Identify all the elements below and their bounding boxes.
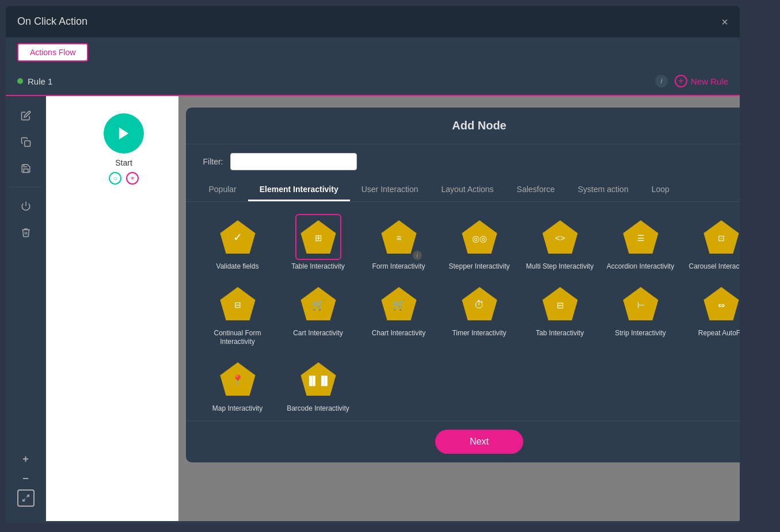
node-label-map-interactivity: Map Interactivity	[212, 404, 262, 414]
node-table-interactivity[interactable]: ⊞ Table Interactivity	[284, 216, 353, 271]
node-icon-table-interactivity: ⊞	[298, 216, 339, 258]
node-timer-interactivity[interactable]: ⏱ Timer Interactivity	[445, 283, 514, 347]
start-node-actions: ○ +	[109, 172, 139, 185]
node-form-interactivity[interactable]: ≡ i Form Interactivity	[364, 216, 433, 271]
node-icon-continual-form-interactivity: ⊟	[217, 283, 258, 324]
tab-salesforce[interactable]: Salesforce	[505, 179, 566, 201]
svg-text:☰: ☰	[637, 234, 644, 243]
rule-status-dot	[17, 78, 23, 84]
tab-user-interaction[interactable]: User Interaction	[350, 179, 430, 201]
modal-tabs: Popular Element Interactivity User Inter…	[186, 179, 740, 202]
svg-text:<>: <>	[555, 233, 565, 243]
window-close-button[interactable]: ×	[721, 16, 728, 28]
node-stepper-interactivity[interactable]: ◎◎ Stepper Interactivity	[445, 216, 514, 271]
actions-flow-tab[interactable]: Actions Flow	[17, 43, 88, 62]
zoom-out-button[interactable]: −	[17, 470, 35, 487]
next-button[interactable]: Next	[435, 430, 523, 454]
node-multi-step-interactivity[interactable]: <> Multi Step Interactivity	[526, 216, 595, 271]
title-bar: On Click Action ×	[6, 6, 740, 37]
svg-text:🛒: 🛒	[393, 298, 406, 311]
nodes-grid: ✓ Validate fields ⊞	[186, 202, 740, 420]
node-icon-barcode-interactivity: ▐▌▐▌	[298, 358, 339, 400]
node-icon-stepper-interactivity: ◎◎	[459, 216, 500, 258]
node-icon-timer-interactivity: ⏱	[459, 283, 500, 324]
rule-indicator: Rule 1	[17, 76, 52, 86]
node-label-multi-step-interactivity: Multi Step Interactivity	[526, 262, 593, 271]
node-label-accordion-interactivity: Accordion Interactivity	[607, 262, 674, 271]
svg-rect-0	[24, 141, 30, 147]
start-node-button[interactable]	[104, 113, 144, 154]
node-icon-multi-step-interactivity: <>	[539, 216, 581, 258]
rule-name: Rule 1	[28, 76, 52, 86]
node-icon-form-interactivity: ≡ i	[378, 216, 420, 258]
node-label-timer-interactivity: Timer Interactivity	[452, 329, 506, 338]
node-tab-interactivity[interactable]: ⊟ Tab Interactivity	[526, 283, 595, 347]
tab-loop[interactable]: Loop	[640, 179, 681, 201]
node-cart-interactivity[interactable]: 🛒 Cart Interactivity	[284, 283, 353, 347]
delete-button[interactable]	[15, 221, 37, 243]
node-label-continual-form-interactivity: Continual Form Interactivity	[203, 329, 272, 347]
node-label-validate-fields: Validate fields	[216, 262, 259, 271]
modal-overlay: Add Node × Filter: Popular Element Inter…	[178, 96, 740, 521]
new-rule-button[interactable]: + New Rule	[675, 75, 728, 87]
toolbar-divider	[10, 187, 41, 187]
node-strip-interactivity[interactable]: ⊢ Strip Interactivity	[606, 283, 675, 347]
filter-input[interactable]	[230, 153, 357, 170]
node-barcode-interactivity[interactable]: ▐▌▐▌ Barcode Interactivity	[284, 358, 353, 414]
tab-layout-actions[interactable]: Layout Actions	[430, 179, 505, 201]
node-validate-fields[interactable]: ✓ Validate fields	[203, 216, 272, 271]
start-node-pink-btn[interactable]: +	[126, 172, 139, 185]
node-icon-accordion-interactivity: ☰	[620, 216, 661, 258]
tab-element-interactivity[interactable]: Element Interactivity	[248, 179, 350, 201]
node-map-interactivity[interactable]: 📍 Map Interactivity	[203, 358, 272, 414]
node-icon-validate-fields: ✓	[217, 216, 258, 258]
start-node-teal-btn[interactable]: ○	[109, 172, 121, 185]
copy-button[interactable]	[15, 131, 37, 153]
filter-row: Filter:	[186, 144, 740, 179]
node-label-carousel-interactivity: Carousel Interactivity	[688, 262, 740, 271]
fit-screen-button[interactable]	[17, 489, 35, 507]
node-icon-strip-interactivity: ⊢	[620, 283, 661, 324]
add-node-modal: Add Node × Filter: Popular Element Inter…	[186, 108, 740, 462]
node-icon-map-interactivity: 📍	[217, 358, 258, 400]
zoom-in-button[interactable]: +	[17, 450, 35, 468]
svg-marker-4	[119, 128, 128, 140]
node-accordion-interactivity[interactable]: ☰ Accordion Interactivity	[606, 216, 675, 271]
rule-bar-right: i + New Rule	[655, 75, 728, 87]
node-icon-repeat-autofit: ⇔	[701, 283, 740, 324]
node-label-chart-interactivity: Chart Interactivity	[372, 329, 425, 338]
node-repeat-autofit[interactable]: ⇔ Repeat AutoFit	[687, 283, 740, 347]
new-rule-label: New Rule	[691, 76, 728, 86]
modal-title: Add Node	[452, 119, 506, 132]
node-label-form-interactivity: Form Interactivity	[372, 262, 425, 271]
start-node: Start ○ +	[104, 113, 144, 185]
modal-footer: Next	[186, 420, 740, 462]
node-icon-carousel-interactivity: ⊡	[701, 216, 740, 258]
start-node-label: Start	[115, 158, 132, 167]
power-button[interactable]	[15, 195, 37, 217]
svg-text:≡: ≡	[396, 233, 401, 243]
node-label-stepper-interactivity: Stepper Interactivity	[448, 262, 509, 271]
node-label-table-interactivity: Table Interactivity	[291, 262, 345, 271]
tab-popular[interactable]: Popular	[197, 179, 248, 201]
svg-text:🛒: 🛒	[312, 298, 325, 311]
main-window: On Click Action × Actions Flow Rule 1 i …	[6, 6, 740, 523]
svg-marker-7	[300, 220, 336, 254]
node-carousel-interactivity[interactable]: ⊡ Carousel Interactivity	[687, 216, 740, 271]
edit-button[interactable]	[15, 105, 37, 127]
canvas-area: + −	[6, 96, 740, 521]
svg-text:⊡: ⊡	[718, 234, 725, 243]
node-label-tab-interactivity: Tab Interactivity	[536, 329, 584, 338]
node-continual-form-interactivity[interactable]: ⊟ Continual Form Interactivity	[203, 283, 272, 347]
svg-text:📍: 📍	[231, 374, 245, 386]
node-chart-interactivity[interactable]: 🛒 Chart Interactivity	[364, 283, 433, 347]
window-title: On Click Action	[17, 16, 87, 28]
node-icon-tab-interactivity: ⊟	[539, 283, 581, 324]
info-icon[interactable]: i	[655, 75, 668, 87]
modal-header: Add Node ×	[186, 108, 740, 144]
node-icon-cart-interactivity: 🛒	[298, 283, 339, 324]
left-toolbar: + −	[6, 96, 46, 521]
tab-system-action[interactable]: System action	[566, 179, 640, 201]
node-icon-chart-interactivity: 🛒	[378, 283, 420, 324]
save-button[interactable]	[15, 158, 37, 179]
